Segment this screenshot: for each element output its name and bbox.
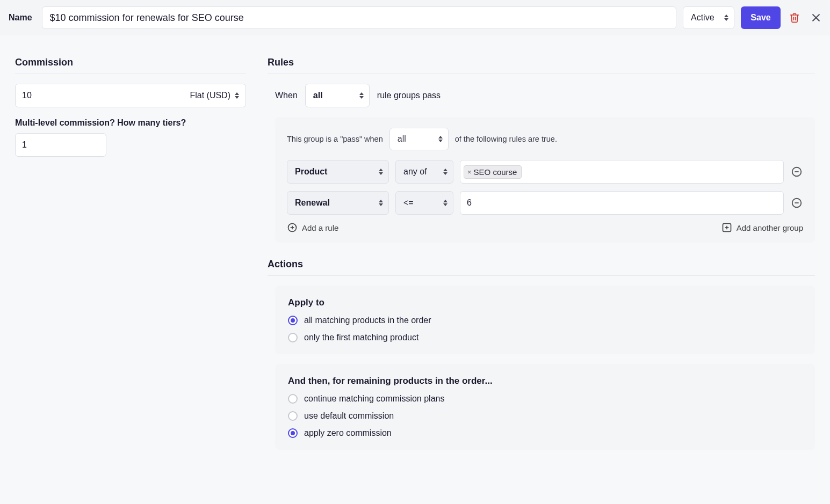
- group-pass-row: This group is a "pass" when all of the f…: [287, 128, 803, 150]
- radio-label: use default commission: [304, 411, 394, 421]
- rule-value-text[interactable]: [464, 194, 780, 212]
- rule-group: This group is a "pass" when all of the f…: [275, 117, 815, 243]
- rule-field-value: Product: [295, 167, 327, 177]
- minus-circle-icon: [791, 166, 803, 178]
- status-value: Active: [691, 13, 714, 23]
- group-footer: Add a rule Add another group: [287, 222, 803, 233]
- save-button[interactable]: Save: [741, 6, 781, 29]
- when-mode-select[interactable]: all: [305, 84, 370, 107]
- remove-rule-button[interactable]: [790, 165, 803, 178]
- radio-label: apply zero commission: [304, 428, 392, 438]
- radio-label: continue matching commission plans: [304, 394, 444, 404]
- chevron-updown-icon: [235, 92, 239, 99]
- chevron-updown-icon: [379, 200, 383, 206]
- remove-rule-button[interactable]: [790, 196, 803, 209]
- trash-icon: [789, 12, 800, 23]
- chevron-updown-icon: [359, 92, 364, 99]
- radio-label: all matching products in the order: [304, 316, 431, 325]
- remaining-card: And then, for remaining products in the …: [275, 364, 815, 450]
- close-button[interactable]: [809, 10, 824, 25]
- rule-row: Renewal <=: [287, 191, 803, 215]
- rule-field-select[interactable]: Renewal: [287, 191, 389, 215]
- radio-icon: [288, 316, 298, 325]
- rule-field-select[interactable]: Product: [287, 160, 389, 184]
- add-group-button[interactable]: Add another group: [721, 222, 803, 233]
- status-select[interactable]: Active: [683, 6, 734, 29]
- tag-chip[interactable]: × SEO course: [464, 165, 522, 179]
- remaining-title: And then, for remaining products in the …: [288, 376, 802, 386]
- when-prefix: When: [275, 91, 298, 100]
- add-rule-label: Add a rule: [302, 223, 338, 232]
- group-pass-mode-value: all: [398, 134, 406, 144]
- commission-heading: Commission: [15, 57, 246, 74]
- chevron-updown-icon: [724, 14, 728, 21]
- chevron-updown-icon: [443, 169, 448, 175]
- add-group-label: Add another group: [737, 223, 803, 232]
- rules-heading: Rules: [268, 57, 815, 74]
- group-pass-suffix: of the following rules are true.: [455, 135, 557, 143]
- group-pass-mode-select[interactable]: all: [389, 128, 449, 150]
- rule-operator-value: any of: [403, 167, 427, 177]
- rule-operator-select[interactable]: <=: [395, 191, 453, 215]
- remaining-option[interactable]: continue matching commission plans: [288, 394, 802, 404]
- plus-circle-icon: [287, 222, 298, 233]
- radio-icon: [288, 428, 298, 438]
- apply-to-option[interactable]: only the first matching product: [288, 333, 802, 342]
- rule-field-value: Renewal: [295, 198, 330, 208]
- apply-to-card: Apply to all matching products in the or…: [275, 286, 815, 354]
- close-icon: [811, 12, 821, 23]
- minus-circle-icon: [791, 197, 803, 209]
- when-suffix: rule groups pass: [377, 91, 441, 100]
- rule-row: Product any of × SEO course: [287, 160, 803, 184]
- tag-label: SEO course: [474, 167, 517, 177]
- multi-level-label: Multi-level commission? How many tiers?: [15, 118, 246, 128]
- chevron-updown-icon: [379, 169, 383, 175]
- chevron-updown-icon: [438, 136, 443, 142]
- group-pass-prefix: This group is a "pass" when: [287, 135, 383, 143]
- remaining-option[interactable]: apply zero commission: [288, 428, 802, 438]
- content: Commission Flat (USD) Multi-level commis…: [0, 35, 830, 481]
- delete-button[interactable]: [787, 10, 802, 25]
- radio-icon: [288, 333, 298, 342]
- rule-operator-select[interactable]: any of: [395, 160, 453, 184]
- radio-icon: [288, 394, 298, 404]
- remove-tag-icon[interactable]: ×: [467, 168, 472, 176]
- apply-to-option[interactable]: all matching products in the order: [288, 316, 802, 325]
- commission-amount-row: Flat (USD): [15, 84, 246, 107]
- commission-type-label: Flat (USD): [190, 91, 230, 100]
- commission-type-select[interactable]: Flat (USD): [183, 84, 246, 107]
- apply-to-title: Apply to: [288, 297, 802, 308]
- name-label: Name: [9, 13, 32, 23]
- right-column: Rules When all rule groups pass This gro…: [268, 57, 815, 459]
- name-input[interactable]: [42, 6, 676, 29]
- remaining-option[interactable]: use default commission: [288, 411, 802, 421]
- header-bar: Name Active Save: [0, 0, 830, 35]
- radio-label: only the first matching product: [304, 333, 418, 342]
- commission-value-input[interactable]: [16, 84, 183, 107]
- commission-section: Commission Flat (USD) Multi-level commis…: [15, 57, 246, 459]
- rule-operator-value: <=: [403, 198, 414, 208]
- plus-square-icon: [721, 222, 732, 233]
- chevron-updown-icon: [443, 200, 448, 206]
- rule-value-input[interactable]: [460, 191, 784, 215]
- tiers-input[interactable]: [15, 133, 106, 157]
- add-rule-button[interactable]: Add a rule: [287, 222, 338, 233]
- when-mode-value: all: [313, 91, 323, 100]
- actions-heading: Actions: [268, 259, 815, 276]
- rule-value-input[interactable]: × SEO course: [460, 160, 784, 184]
- radio-icon: [288, 411, 298, 421]
- rules-when-row: When all rule groups pass: [275, 84, 815, 107]
